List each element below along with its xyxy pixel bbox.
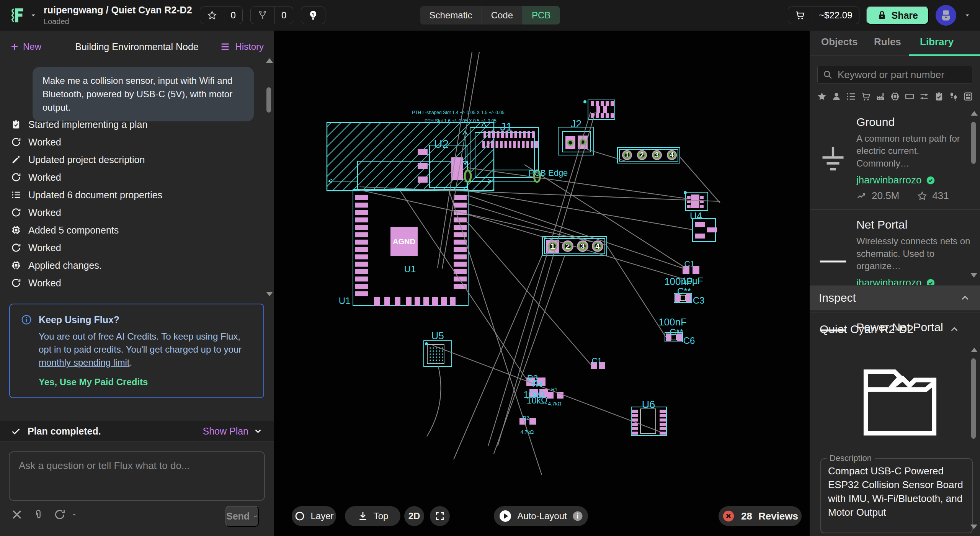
spending-limit-link[interactable]: monthly spending limit [39,357,129,368]
use-paid-credits-link[interactable]: Yes, Use My Paid Credits [39,377,253,387]
tab-code[interactable]: Code [482,6,522,25]
usage-trend-icon [856,191,867,201]
cart-icon[interactable] [861,91,871,102]
plan-step-label: Updated project description [28,154,145,165]
factory-icon[interactable] [875,91,886,102]
play-icon [498,509,512,523]
tips-button[interactable] [301,7,325,24]
project-section-header[interactable]: Quiet Cyan R2-D2 [810,316,980,343]
tab-library[interactable]: Library [920,36,954,48]
plan-step: Worked [11,133,256,151]
description-field[interactable]: Description Compact USB-C Powered ESP32 … [820,458,973,533]
avatar[interactable] [936,5,956,26]
clipboard-check-icon[interactable] [934,91,944,102]
inspect-section-header[interactable]: Inspect [810,285,980,310]
svg-text:4.7kΩ: 4.7kΩ [548,401,562,407]
panel-grid-icon[interactable] [963,91,973,102]
plan-step: Updated 6 document properties [11,186,256,204]
scroll-up-arrow[interactable] [971,111,978,116]
plan-step-label: Worked [28,242,61,253]
panel-tabs: ObjectsRulesLibrary [810,31,980,56]
scroll-up-arrow[interactable] [971,348,978,352]
share-button[interactable]: Share [866,6,929,25]
part-search[interactable] [817,66,972,83]
new-chat-button[interactable]: New [10,41,41,52]
svg-text:PTH Slot 1.6 +/- 0.05 X 0.5 +/: PTH Slot 1.6 +/- 0.05 X 0.5 +/- 0.05 [425,118,497,124]
scrollbar-thumb[interactable] [266,87,271,113]
pcb-canvas[interactable]: AGND12341234PTH L-shaped Slot 1.4 +/- 0.… [274,31,810,536]
project-thumbnail-folder-icon [856,360,944,444]
lightbulb-icon [308,10,318,21]
star-filled-icon[interactable] [817,91,827,102]
svg-text:PTH L-shaped Slot 1.4 +/- 0.05: PTH L-shaped Slot 1.4 +/- 0.05 X 1.5 +/-… [412,110,505,115]
svg-text:2: 2 [640,151,644,159]
library-item-title: Net Portal [856,218,971,231]
plan-steps-list: Started implementing a planWorkedUpdated… [11,116,256,292]
worked-icon [11,242,21,253]
scroll-up-arrow[interactable] [266,58,273,63]
auto-layout-button[interactable]: Auto-Layout [494,506,588,526]
cart-button[interactable] [788,7,812,24]
info-icon[interactable] [572,510,583,522]
library-item-title: Ground [856,116,971,129]
error-icon [722,510,735,523]
scrollbar-thumb[interactable] [971,122,976,164]
tab-schematic[interactable]: Schematic [420,6,482,25]
attach-icon[interactable] [32,508,44,521]
lock-icon [877,10,887,20]
svg-text:C1: C1 [592,356,602,365]
svg-text:R2: R2 [523,415,529,421]
plan-step-label: Added 5 components [28,225,119,236]
svg-text:U5: U5 [431,330,444,342]
plan-step-label: Worked [28,207,61,218]
svg-text:U6: U6 [642,399,655,410]
plan-step: Worked [11,168,256,186]
footprints-icon[interactable] [948,91,959,102]
filter-sliders-icon[interactable] [919,91,929,102]
scrollbar-thumb[interactable] [971,358,976,439]
tab-objects[interactable]: Objects [821,36,858,48]
box-icon[interactable] [904,91,915,102]
description-label: Description [826,453,875,463]
star-icon [917,191,928,201]
composer-input[interactable] [9,451,265,501]
account-menu-chevron-icon[interactable] [963,11,972,20]
fork-icon [257,10,268,21]
tools-icon[interactable] [11,508,23,521]
robot-avatar-icon [939,8,953,22]
send-button[interactable]: Send [225,506,259,527]
history-button[interactable]: History [220,41,264,52]
list-icon[interactable] [846,91,856,102]
svg-text:U2: U2 [434,137,449,150]
worked-icon [11,207,21,218]
search-input[interactable] [838,69,967,81]
plan-step: Worked [11,204,256,221]
scroll-down-arrow[interactable] [970,273,977,278]
reviews-label: Reviews [758,510,798,522]
tab-rules[interactable]: Rules [874,36,901,48]
scroll-down-arrow[interactable] [266,292,273,296]
top-bar: ruipengwang / Quiet Cyan R2-D2 Loaded 0 … [0,0,980,31]
chevron-down-icon[interactable] [70,511,78,518]
star-button[interactable] [200,7,224,24]
verified-badge-icon [926,175,936,185]
library-item[interactable]: GroundA common return path for electric … [810,107,980,210]
top-layer-button[interactable]: Top [345,506,400,526]
chip-icon[interactable] [890,91,900,102]
pcb-drawing[interactable]: AGND12341234PTH L-shaped Slot 1.4 +/- 0.… [274,31,810,536]
reviews-button[interactable]: 28 Reviews [719,506,802,526]
fullscreen-button[interactable] [430,506,450,526]
check-icon [11,426,21,436]
fork-button[interactable] [251,7,274,24]
model-history-icon[interactable] [54,508,66,521]
tab-pcb[interactable]: PCB [522,6,560,25]
person-icon[interactable] [831,91,842,102]
worked-icon [11,137,21,147]
app-menu[interactable] [8,7,38,24]
2d-toggle-button[interactable]: 2D [404,506,424,526]
scroll-down-arrow[interactable] [970,525,977,529]
show-plan-button[interactable]: Show Plan [203,426,263,437]
library-list: GroundA common return path for electric … [810,107,980,348]
library-item-author: jharwinbarrozo [856,174,971,186]
layer-button[interactable]: Layer [292,506,336,526]
